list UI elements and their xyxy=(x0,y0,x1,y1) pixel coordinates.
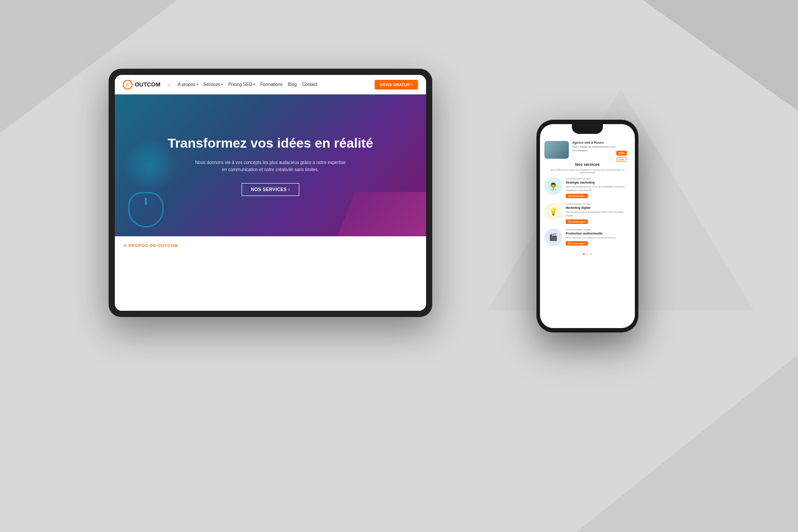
nav-label-contact: Contact xyxy=(302,82,317,87)
badge-10: 10% xyxy=(616,157,627,162)
service-name-2: Marketing digital xyxy=(566,206,630,209)
service-text-1: Nous développons pour vous des stratégie… xyxy=(566,185,630,192)
hero-subtitle: Nous donnons vie à vos concepts les plus… xyxy=(195,159,346,173)
phone-agency-card: Agence web à Rouen Notre équipe de profe… xyxy=(544,141,630,159)
tablet-frame: C OUTCOM ⌂ A propos ▾ Services ▾ Prici xyxy=(109,69,432,317)
logo-letter: C xyxy=(126,82,129,87)
phone-service-info-3: Communication & Web Production audiovisu… xyxy=(566,228,630,246)
service-icon-digital: 💡 xyxy=(544,203,562,220)
agency-thumbnail xyxy=(544,141,569,159)
service-tag-3: Communication & Web xyxy=(566,228,630,231)
tablet-navbar: C OUTCOM ⌂ A propos ▾ Services ▾ Prici xyxy=(115,75,426,94)
phone-service-row-2: 💡 Communication & Web Marketing digital … xyxy=(544,203,630,223)
service-btn-2[interactable]: En savoir plus xyxy=(566,219,588,224)
about-label: A PROPOS DE OUTCOM xyxy=(124,243,417,248)
chevron-down-icon: ▾ xyxy=(196,82,198,86)
dot-3 xyxy=(590,253,592,255)
outcom-logo-icon: C xyxy=(123,80,133,90)
tablet-device: C OUTCOM ⌂ A propos ▾ Services ▾ Prici xyxy=(109,69,432,317)
devis-gratuit-button[interactable]: DEVIS GRATUIT › xyxy=(375,80,418,90)
keyboard-decoration xyxy=(337,192,426,236)
nav-label-apropos: A propos xyxy=(178,82,195,87)
service-btn-1[interactable]: En savoir plus xyxy=(566,194,588,198)
chevron-down-icon: ▾ xyxy=(253,82,255,86)
logo-text: OUTCOM xyxy=(135,81,160,88)
mouse-decoration xyxy=(128,192,164,227)
nav-item-apropos[interactable]: A propos ▾ xyxy=(178,82,198,87)
bg-shape-top-right xyxy=(643,0,798,111)
phone-screen: Agence web à Rouen Notre équipe de profe… xyxy=(540,124,635,328)
nos-services-button[interactable]: NOS SERVICES › xyxy=(242,183,299,196)
phone-frame: Agence web à Rouen Notre équipe de profe… xyxy=(536,120,638,332)
nav-item-pricing[interactable]: Pricing SEO ▾ xyxy=(228,82,255,87)
hero-title: Transformez vos idées en réalité xyxy=(168,135,373,151)
phone-badges: 35% 10% xyxy=(616,151,627,162)
phone-services-title: Nos services xyxy=(544,162,630,167)
service-btn-3[interactable]: En savoir plus xyxy=(566,241,588,246)
home-icon[interactable]: ⌂ xyxy=(168,82,171,88)
nav-label-pricing: Pricing SEO xyxy=(228,82,252,87)
nav-item-contact[interactable]: Contact xyxy=(302,82,317,87)
nav-label-blog: Blog xyxy=(288,82,297,87)
phone-services-desc: Nous offrons une gamme complète de servi… xyxy=(544,168,630,174)
nav-item-services[interactable]: Services ▾ xyxy=(203,82,223,87)
service-name-3: Production audiovisuelle xyxy=(566,232,630,235)
phone-top-card: Agence web à Rouen Notre équipe de profe… xyxy=(544,137,630,159)
phone-service-row-3: 🎬 Communication & Web Production audiovi… xyxy=(544,228,630,246)
dot-2 xyxy=(587,253,588,255)
badge-35: 35% xyxy=(616,151,627,156)
phone-device: Agence web à Rouen Notre équipe de profe… xyxy=(536,120,638,332)
nav-item-blog[interactable]: Blog xyxy=(288,82,297,87)
chevron-down-icon: ▾ xyxy=(221,82,223,86)
service-text-3: Nous réalisons vos vidéos et contenus vi… xyxy=(566,236,630,240)
tablet-logo: C OUTCOM xyxy=(123,80,160,90)
phone-pagination xyxy=(544,250,630,258)
phone-service-info-2: Communication & Web Marketing digital No… xyxy=(566,203,630,223)
service-name-1: Stratégie marketing xyxy=(566,181,630,184)
service-icon-marketing: 👨‍💼 xyxy=(544,177,562,195)
phone-service-row-1: 👨‍💼 Communication & Web Stratégie market… xyxy=(544,177,630,198)
tablet-nav-items: A propos ▾ Services ▾ Pricing SEO ▾ Form… xyxy=(178,82,368,87)
service-tag-2: Communication & Web xyxy=(566,203,630,205)
phone-card-title: Agence web à Rouen xyxy=(572,141,630,144)
nav-label-formations: Formations xyxy=(260,82,282,87)
tablet-screen: C OUTCOM ⌂ A propos ▾ Services ▾ Prici xyxy=(115,75,426,311)
bg-shape-bottom-right xyxy=(576,355,798,532)
phone-content: Agence web à Rouen Notre équipe de profe… xyxy=(540,124,635,262)
phone-service-info-1: Communication & Web Stratégie marketing … xyxy=(566,177,630,198)
tablet-bottom-section: A PROPOS DE OUTCOM xyxy=(115,236,426,311)
service-tag-1: Communication & Web xyxy=(566,177,630,180)
tablet-hero: Transformez vos idées en réalité Nous do… xyxy=(115,94,426,236)
nav-label-services: Services xyxy=(203,82,220,87)
dot-1 xyxy=(583,253,585,255)
phone-notch xyxy=(572,124,603,134)
service-icon-audiovisuel: 🎬 xyxy=(544,228,562,246)
nav-item-formations[interactable]: Formations xyxy=(260,82,282,87)
service-text-2: Nos experts vous accompagnent dans votre… xyxy=(566,211,630,217)
